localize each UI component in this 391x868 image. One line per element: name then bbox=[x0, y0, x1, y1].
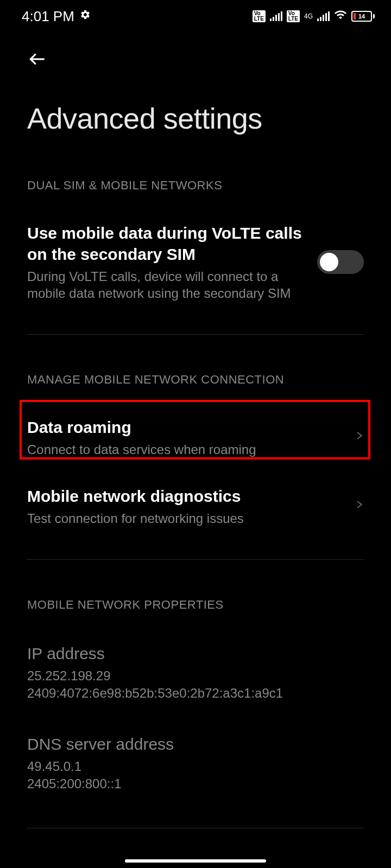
setting-network-diagnostics[interactable]: Mobile network diagnostics Test connecti… bbox=[27, 472, 364, 540]
volte-badge-1: VoLTE bbox=[253, 10, 266, 22]
gesture-bar[interactable] bbox=[125, 859, 266, 863]
divider bbox=[27, 828, 364, 828]
property-title: DNS server address bbox=[27, 735, 364, 754]
divider bbox=[27, 559, 364, 560]
status-bar: 4:01 PM VoLTE VoLTE 4G 14 bbox=[0, 0, 391, 33]
property-value: 25.252.198.29 bbox=[27, 667, 364, 685]
property-ip-address: IP address 25.252.198.29 2409:4072:6e98:… bbox=[27, 628, 364, 719]
section-header-dual-sim: DUAL SIM & MOBILE NETWORKS bbox=[27, 178, 364, 193]
divider bbox=[27, 334, 364, 335]
setting-data-roaming[interactable]: Data roaming Connect to data services wh… bbox=[27, 403, 364, 471]
chevron-right-icon bbox=[355, 429, 364, 446]
setting-subtitle: Connect to data services when roaming bbox=[27, 441, 344, 458]
setting-title: Mobile network diagnostics bbox=[27, 486, 344, 507]
setting-title: Data roaming bbox=[27, 417, 344, 438]
header: Advanced settings bbox=[0, 33, 391, 141]
chevron-right-icon bbox=[355, 497, 364, 515]
setting-title: Use mobile data during VoLTE calls on th… bbox=[27, 222, 306, 265]
property-dns-address: DNS server address 49.45.0.1 2405:200:80… bbox=[27, 719, 364, 809]
section-header-properties: MOBILE NETWORK PROPERTIES bbox=[27, 598, 364, 612]
signal-bars-2 bbox=[317, 11, 330, 21]
property-value: 2405:200:800::1 bbox=[27, 775, 364, 793]
status-time: 4:01 PM bbox=[22, 8, 74, 25]
volte-badge-2: VoLTE bbox=[287, 10, 300, 22]
toggle-volte-secondary[interactable] bbox=[317, 250, 364, 274]
property-value: 2409:4072:6e98:b52b:53e0:2b72:a3c1:a9c1 bbox=[27, 685, 364, 702]
setting-subtitle: Test connection for networking issues bbox=[27, 510, 344, 527]
page-title: Advanced settings bbox=[27, 101, 364, 135]
gear-icon bbox=[80, 9, 91, 23]
section-header-manage-connection: MANAGE MOBILE NETWORK CONNECTION bbox=[27, 373, 364, 387]
battery-indicator: 14 bbox=[351, 11, 375, 22]
setting-subtitle: During VoLTE calls, device will connect … bbox=[27, 268, 306, 302]
property-value: 49.45.0.1 bbox=[27, 758, 364, 775]
property-title: IP address bbox=[27, 644, 364, 663]
wifi-icon bbox=[334, 8, 347, 24]
signal-bars-1 bbox=[270, 11, 282, 21]
setting-volte-secondary-sim[interactable]: Use mobile data during VoLTE calls on th… bbox=[27, 209, 364, 315]
back-button[interactable] bbox=[27, 49, 48, 74]
network-type-label: 4G bbox=[304, 12, 313, 20]
